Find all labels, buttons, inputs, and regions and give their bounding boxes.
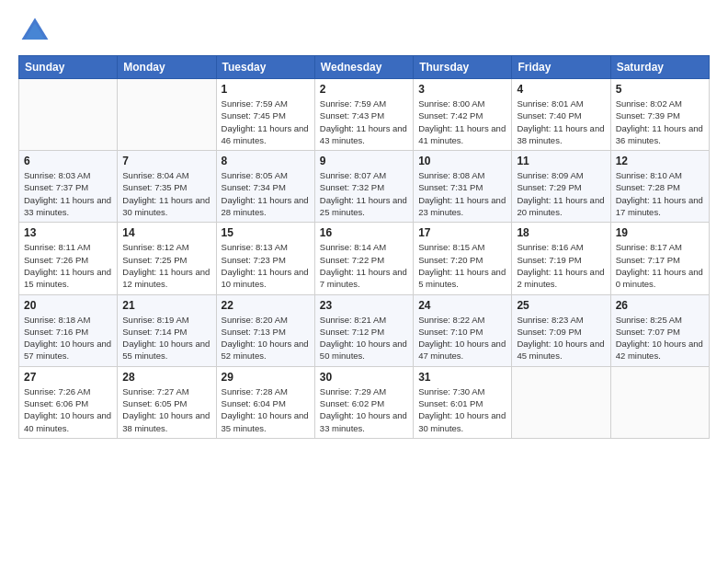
day-number: 6 [24, 155, 112, 167]
day-number: 22 [222, 299, 310, 312]
weekday-thursday: Thursday [414, 56, 512, 79]
day-cell-22: 22Sunrise: 8:20 AM Sunset: 7:13 PM Dayli… [216, 294, 314, 366]
weekday-tuesday: Tuesday [216, 56, 314, 79]
day-cell-29: 29Sunrise: 7:28 AM Sunset: 6:04 PM Dayli… [216, 366, 314, 438]
weekday-monday: Monday [118, 56, 216, 79]
week-row-2: 6Sunrise: 8:03 AM Sunset: 7:37 PM Daylig… [19, 151, 710, 223]
day-cell-20: 20Sunrise: 8:18 AM Sunset: 7:16 PM Dayli… [19, 294, 118, 366]
logo [18, 15, 55, 48]
empty-cell [512, 366, 610, 438]
day-info: Sunrise: 8:07 AM Sunset: 7:32 PM Dayligh… [320, 169, 408, 218]
day-info: Sunrise: 8:14 AM Sunset: 7:22 PM Dayligh… [320, 241, 408, 290]
empty-cell [19, 79, 118, 151]
weekday-header-row: SundayMondayTuesdayWednesdayThursdayFrid… [19, 56, 710, 79]
day-number: 21 [122, 299, 210, 312]
day-cell-18: 18Sunrise: 8:16 AM Sunset: 7:19 PM Dayli… [512, 223, 610, 294]
day-info: Sunrise: 8:05 AM Sunset: 7:34 PM Dayligh… [222, 169, 310, 218]
day-cell-31: 31Sunrise: 7:30 AM Sunset: 6:01 PM Dayli… [414, 366, 512, 438]
day-cell-26: 26Sunrise: 8:25 AM Sunset: 7:07 PM Dayli… [610, 294, 709, 366]
day-number: 1 [222, 83, 310, 96]
day-cell-23: 23Sunrise: 8:21 AM Sunset: 7:12 PM Dayli… [314, 294, 413, 366]
day-info: Sunrise: 8:16 AM Sunset: 7:19 PM Dayligh… [517, 241, 605, 290]
day-info: Sunrise: 8:02 AM Sunset: 7:39 PM Dayligh… [616, 98, 704, 146]
day-number: 11 [517, 155, 605, 167]
day-cell-19: 19Sunrise: 8:17 AM Sunset: 7:17 PM Dayli… [610, 223, 709, 294]
day-info: Sunrise: 8:04 AM Sunset: 7:35 PM Dayligh… [122, 169, 210, 218]
day-info: Sunrise: 8:23 AM Sunset: 7:09 PM Dayligh… [517, 314, 605, 362]
day-number: 10 [418, 155, 506, 167]
day-number: 27 [24, 371, 112, 384]
day-cell-12: 12Sunrise: 8:10 AM Sunset: 7:28 PM Dayli… [610, 151, 709, 223]
logo-icon [18, 15, 51, 48]
day-info: Sunrise: 8:10 AM Sunset: 7:28 PM Dayligh… [616, 169, 704, 218]
day-cell-27: 27Sunrise: 7:26 AM Sunset: 6:06 PM Dayli… [19, 366, 118, 438]
day-info: Sunrise: 8:22 AM Sunset: 7:10 PM Dayligh… [418, 314, 506, 362]
day-number: 28 [122, 371, 210, 384]
day-cell-9: 9Sunrise: 8:07 AM Sunset: 7:32 PM Daylig… [314, 151, 413, 223]
day-cell-5: 5Sunrise: 8:02 AM Sunset: 7:39 PM Daylig… [610, 79, 709, 151]
day-info: Sunrise: 8:21 AM Sunset: 7:12 PM Dayligh… [320, 314, 408, 362]
day-cell-16: 16Sunrise: 8:14 AM Sunset: 7:22 PM Dayli… [314, 223, 413, 294]
day-info: Sunrise: 7:30 AM Sunset: 6:01 PM Dayligh… [418, 385, 506, 434]
day-number: 19 [616, 226, 704, 239]
day-info: Sunrise: 8:17 AM Sunset: 7:17 PM Dayligh… [616, 241, 704, 290]
day-number: 29 [222, 371, 310, 384]
day-number: 30 [320, 371, 408, 384]
day-number: 25 [517, 299, 605, 312]
day-cell-1: 1Sunrise: 7:59 AM Sunset: 7:45 PM Daylig… [216, 79, 314, 151]
day-cell-13: 13Sunrise: 8:11 AM Sunset: 7:26 PM Dayli… [19, 223, 118, 294]
day-cell-2: 2Sunrise: 7:59 AM Sunset: 7:43 PM Daylig… [314, 79, 413, 151]
day-cell-24: 24Sunrise: 8:22 AM Sunset: 7:10 PM Dayli… [414, 294, 512, 366]
day-info: Sunrise: 7:27 AM Sunset: 6:05 PM Dayligh… [122, 385, 210, 434]
day-cell-17: 17Sunrise: 8:15 AM Sunset: 7:20 PM Dayli… [414, 223, 512, 294]
day-number: 26 [616, 299, 704, 312]
day-cell-21: 21Sunrise: 8:19 AM Sunset: 7:14 PM Dayli… [118, 294, 216, 366]
week-row-4: 20Sunrise: 8:18 AM Sunset: 7:16 PM Dayli… [19, 294, 710, 366]
day-number: 2 [320, 83, 408, 96]
day-info: Sunrise: 8:12 AM Sunset: 7:25 PM Dayligh… [122, 241, 210, 290]
day-number: 20 [24, 299, 112, 312]
day-info: Sunrise: 7:59 AM Sunset: 7:43 PM Dayligh… [320, 98, 408, 146]
weekday-sunday: Sunday [19, 56, 118, 79]
day-info: Sunrise: 8:11 AM Sunset: 7:26 PM Dayligh… [24, 241, 112, 290]
day-cell-10: 10Sunrise: 8:08 AM Sunset: 7:31 PM Dayli… [414, 151, 512, 223]
day-number: 12 [616, 155, 704, 167]
empty-cell [610, 366, 709, 438]
day-number: 31 [418, 371, 506, 384]
week-row-5: 27Sunrise: 7:26 AM Sunset: 6:06 PM Dayli… [19, 366, 710, 438]
day-info: Sunrise: 8:00 AM Sunset: 7:42 PM Dayligh… [418, 98, 506, 146]
day-info: Sunrise: 7:28 AM Sunset: 6:04 PM Dayligh… [222, 385, 310, 434]
day-info: Sunrise: 8:01 AM Sunset: 7:40 PM Dayligh… [517, 98, 605, 146]
day-cell-15: 15Sunrise: 8:13 AM Sunset: 7:23 PM Dayli… [216, 223, 314, 294]
day-cell-25: 25Sunrise: 8:23 AM Sunset: 7:09 PM Dayli… [512, 294, 610, 366]
weekday-saturday: Saturday [610, 56, 709, 79]
day-info: Sunrise: 7:29 AM Sunset: 6:02 PM Dayligh… [320, 385, 408, 434]
day-number: 23 [320, 299, 408, 312]
day-cell-14: 14Sunrise: 8:12 AM Sunset: 7:25 PM Dayli… [118, 223, 216, 294]
day-info: Sunrise: 7:59 AM Sunset: 7:45 PM Dayligh… [222, 98, 310, 146]
day-info: Sunrise: 8:25 AM Sunset: 7:07 PM Dayligh… [616, 314, 704, 362]
day-number: 17 [418, 226, 506, 239]
day-cell-8: 8Sunrise: 8:05 AM Sunset: 7:34 PM Daylig… [216, 151, 314, 223]
day-cell-4: 4Sunrise: 8:01 AM Sunset: 7:40 PM Daylig… [512, 79, 610, 151]
calendar-table: SundayMondayTuesdayWednesdayThursdayFrid… [18, 55, 710, 439]
day-info: Sunrise: 8:20 AM Sunset: 7:13 PM Dayligh… [222, 314, 310, 362]
week-row-3: 13Sunrise: 8:11 AM Sunset: 7:26 PM Dayli… [19, 223, 710, 294]
day-cell-7: 7Sunrise: 8:04 AM Sunset: 7:35 PM Daylig… [118, 151, 216, 223]
day-info: Sunrise: 8:09 AM Sunset: 7:29 PM Dayligh… [517, 169, 605, 218]
day-number: 13 [24, 226, 112, 239]
day-number: 9 [320, 155, 408, 167]
day-cell-30: 30Sunrise: 7:29 AM Sunset: 6:02 PM Dayli… [314, 366, 413, 438]
day-cell-3: 3Sunrise: 8:00 AM Sunset: 7:42 PM Daylig… [414, 79, 512, 151]
day-info: Sunrise: 7:26 AM Sunset: 6:06 PM Dayligh… [24, 385, 112, 434]
day-info: Sunrise: 8:19 AM Sunset: 7:14 PM Dayligh… [122, 314, 210, 362]
day-number: 7 [122, 155, 210, 167]
day-cell-28: 28Sunrise: 7:27 AM Sunset: 6:05 PM Dayli… [118, 366, 216, 438]
day-number: 8 [222, 155, 310, 167]
day-info: Sunrise: 8:03 AM Sunset: 7:37 PM Dayligh… [24, 169, 112, 218]
day-info: Sunrise: 8:13 AM Sunset: 7:23 PM Dayligh… [222, 241, 310, 290]
day-cell-6: 6Sunrise: 8:03 AM Sunset: 7:37 PM Daylig… [19, 151, 118, 223]
day-number: 16 [320, 226, 408, 239]
day-number: 18 [517, 226, 605, 239]
page: SundayMondayTuesdayWednesdayThursdayFrid… [0, 0, 728, 563]
